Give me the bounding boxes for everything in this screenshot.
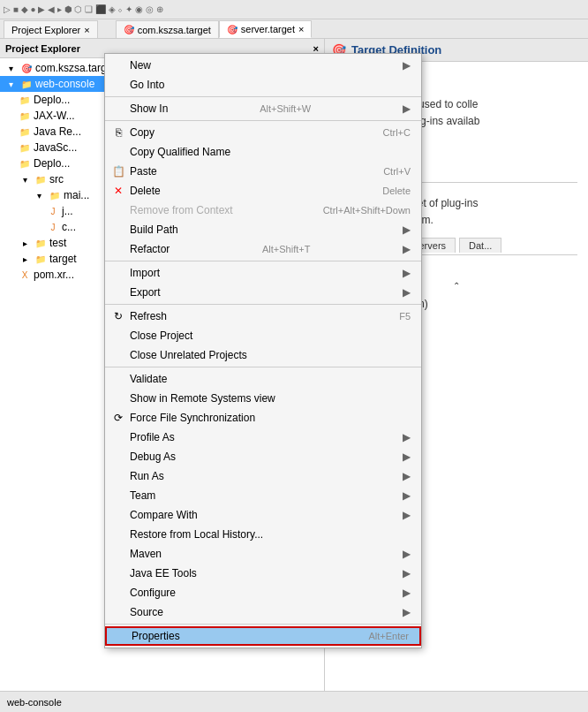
menu-item-go-into-label: Go Into — [130, 79, 164, 91]
panel-close-icon[interactable]: × — [313, 43, 319, 54]
tree-label-pom-xml: pom.xr... — [34, 269, 74, 281]
menu-item-close-project[interactable]: Close Project — [105, 326, 421, 345]
tab-project-explorer-label: Project Explorer — [11, 25, 80, 35]
separator-2 — [105, 120, 421, 121]
menu-item-maven[interactable]: Maven ▶ — [105, 544, 421, 564]
menu-item-properties-label: Properties — [132, 630, 180, 642]
tree-label-test: test — [49, 237, 66, 249]
folder-icon-javasc: 📁 — [18, 140, 32, 155]
menu-item-new-label: New — [130, 59, 151, 72]
paste-icon: 📋 — [110, 165, 126, 178]
menu-item-source-label: Source — [130, 606, 163, 618]
menu-delete-shortcut: Delete — [382, 186, 411, 196]
tab-server-target-close[interactable]: × — [298, 24, 304, 34]
java-icon-c-file: J — [46, 220, 60, 234]
menu-item-profile-as-label: Profile As — [130, 431, 175, 443]
menu-item-refactor[interactable]: Refactor Alt+Shift+T ▶ — [105, 239, 421, 259]
menu-item-configure[interactable]: Configure ▶ — [105, 583, 421, 602]
menu-item-force-sync[interactable]: ⟳ Force File Synchronization — [105, 408, 421, 428]
menu-item-debug-as[interactable]: Debug As ▶ — [105, 447, 421, 466]
menu-item-delete[interactable]: ✕ Delete Delete — [105, 181, 421, 201]
folder-icon-src: 📁 — [34, 172, 48, 186]
copy-icon: ⎘ — [110, 126, 126, 139]
folder-icon-deploy2: 📁 — [18, 156, 32, 170]
menu-new-arrow: ▶ — [403, 59, 411, 72]
tab-com-kszsa[interactable]: 🎯 com.kszsa.target — [116, 20, 219, 38]
menu-item-close-unrelated[interactable]: Close Unrelated Projects — [105, 345, 421, 365]
menu-item-validate[interactable]: Validate — [105, 369, 421, 389]
menu-item-force-sync-label: Force File Synchronization — [130, 412, 255, 424]
refresh-icon: ↻ — [110, 310, 126, 322]
menu-item-copy-label: Copy — [130, 126, 155, 139]
menu-team-arrow: ▶ — [403, 489, 411, 502]
separator-3 — [105, 261, 421, 261]
menu-show-in-arrow: ▶ — [403, 102, 411, 115]
folder-icon-deploy1: 📁 — [18, 93, 32, 107]
menu-item-source[interactable]: Source ▶ — [105, 602, 421, 622]
menu-build-path-arrow: ▶ — [403, 223, 411, 236]
status-bar-label: web-console — [7, 697, 62, 708]
tab-project-explorer[interactable]: Project Explorer × — [4, 20, 98, 38]
ide-shell: ▷ ■ ◆ ● ▶ ◀ ▸ ⬢ ⬡ ❑ ⬛ ◈ ⬦ ✦ ◉ ◎ ⊕ Projec… — [0, 0, 588, 712]
delete-icon: ✕ — [110, 185, 126, 197]
menu-item-go-into[interactable]: Go Into — [105, 75, 421, 95]
separator-4 — [105, 304, 421, 305]
expand-icon-test: ▸ — [18, 236, 32, 250]
menu-item-show-in[interactable]: Show In Alt+Shift+W ▶ — [105, 99, 421, 118]
folder-icon-java-re: 📁 — [18, 125, 32, 139]
project-icon-web-console: 📁 — [19, 77, 34, 91]
context-menu: New ▶ Go Into Show In Alt+Shift+W ▶ ⎘ Co… — [104, 53, 422, 648]
menu-java-ee-tools-arrow: ▶ — [403, 567, 411, 579]
menu-item-java-ee-tools[interactable]: Java EE Tools ▶ — [105, 564, 421, 583]
menu-item-export-label: Export — [130, 286, 161, 299]
menu-copy-shortcut: Ctrl+C — [383, 127, 411, 138]
menu-item-import[interactable]: Import ▶ — [105, 263, 421, 283]
menu-item-restore-history[interactable]: Restore from Local History... — [105, 525, 421, 544]
menu-item-close-unrelated-label: Close Unrelated Projects — [130, 349, 247, 361]
menu-item-show-remote[interactable]: Show in Remote Systems view — [105, 389, 421, 408]
expand-icon-com-kszsa: ▾ — [4, 61, 18, 75]
menu-item-copy[interactable]: ⎘ Copy Ctrl+C — [105, 123, 421, 142]
menu-paste-shortcut: Ctrl+V — [383, 166, 411, 177]
menu-item-copy-qualified[interactable]: Copy Qualified Name — [105, 142, 421, 162]
menu-item-remove-context[interactable]: Remove from Context Ctrl+Alt+Shift+Down — [105, 201, 421, 220]
separator-5 — [105, 367, 421, 367]
tab-btn-dat[interactable]: Dat... — [459, 238, 501, 253]
sync-icon: ⟳ — [110, 412, 126, 424]
folder-icon-main: 📁 — [48, 188, 62, 202]
tree-label-jaxw: JAX-W... — [34, 110, 75, 122]
menu-item-compare-with[interactable]: Compare With ▶ — [105, 505, 421, 525]
menu-item-properties[interactable]: Properties Alt+Enter — [105, 626, 421, 646]
menu-item-refresh[interactable]: ↻ Refresh F5 — [105, 307, 421, 326]
target-icon-com-kszsa: 🎯 — [19, 61, 34, 75]
menu-item-run-as[interactable]: Run As ▶ — [105, 466, 421, 486]
menu-item-export[interactable]: Export ▶ — [105, 283, 421, 302]
menu-properties-shortcut: Alt+Enter — [368, 631, 409, 641]
tab-server-target[interactable]: 🎯 server.target × — [219, 20, 313, 38]
tab-server-target-label: server.target — [241, 24, 295, 34]
menu-item-paste[interactable]: 📋 Paste Ctrl+V — [105, 162, 421, 181]
menu-refresh-shortcut: F5 — [399, 311, 411, 322]
com-kszsa-icon: 🎯 — [124, 25, 134, 34]
menu-item-refactor-label: Refactor — [130, 243, 170, 255]
menu-debug-as-arrow: ▶ — [403, 451, 411, 463]
tree-label-java-re: Java Re... — [34, 125, 81, 138]
menu-export-arrow: ▶ — [403, 286, 411, 299]
top-toolbar: ▷ ■ ◆ ● ▶ ◀ ▸ ⬢ ⬡ ❑ ⬛ ◈ ⬦ ✦ ◉ ◎ ⊕ — [0, 0, 588, 19]
menu-show-in-shortcut: Alt+Shift+W — [260, 103, 311, 114]
tab-project-explorer-close[interactable]: × — [84, 25, 89, 35]
menu-item-new[interactable]: New ▶ — [105, 56, 421, 75]
menu-item-profile-as[interactable]: Profile As ▶ — [105, 428, 421, 447]
menu-item-copy-qualified-label: Copy Qualified Name — [130, 146, 230, 158]
menu-item-team[interactable]: Team ▶ — [105, 486, 421, 505]
tree-label-src: src — [49, 173, 64, 186]
menu-item-build-path[interactable]: Build Path ▶ — [105, 220, 421, 239]
folder-icon-target-folder: 📁 — [34, 252, 48, 266]
tree-label-c-file: c... — [62, 221, 76, 233]
folder-icon-jaxw: 📁 — [18, 109, 32, 123]
menu-import-arrow: ▶ — [403, 267, 411, 279]
expand-icon-web-console: ▾ — [4, 77, 18, 91]
menu-item-remove-context-label: Remove from Context — [130, 204, 233, 216]
xml-icon-pom: X — [18, 268, 32, 282]
menu-configure-arrow: ▶ — [403, 587, 411, 599]
